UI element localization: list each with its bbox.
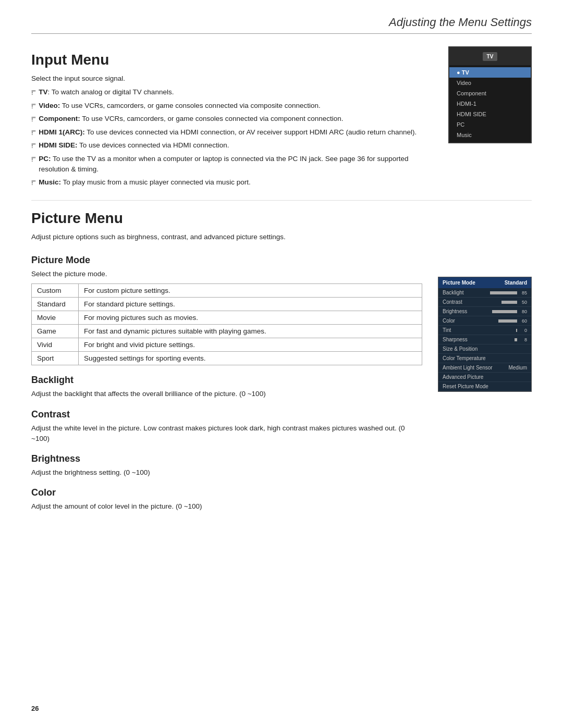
term-music: Music: (39, 178, 61, 186)
backlight-title: Backlight (31, 375, 422, 386)
table-cell-desc: Suggested settings for sporting events. (79, 352, 422, 365)
picture-header-row: Picture Mode Standard (438, 277, 531, 288)
backlight-text: Adjust the backlight that affects the ov… (31, 389, 422, 399)
tv-menu-component[interactable]: Component (449, 88, 531, 98)
bullet-music: !" Music: To play music from a music pla… (31, 177, 433, 188)
picture-label-contrast: Contrast (443, 299, 462, 305)
table-cell-mode: Game (32, 325, 79, 338)
picture-row-tint[interactable]: Tint 0 (438, 326, 531, 335)
brightness-title: Brightness (31, 453, 422, 464)
picture-header-left: Picture Mode (443, 280, 475, 286)
table-cell-mode: Standard (32, 298, 79, 311)
picture-row-sharpness[interactable]: Sharpness 8 (438, 335, 531, 344)
tv-menu-hdmiside[interactable]: HDMI SIDE (449, 109, 531, 119)
picture-row-colortemp[interactable]: Color Temperature (438, 354, 531, 363)
tv-menu-hdmi1[interactable]: HDMI-1 (449, 98, 531, 109)
page-number: 26 (31, 705, 39, 712)
bar-container-brightness: 80 (492, 309, 527, 314)
bullet-hdmiside: !" HDMI SIDE: To use devices connected v… (31, 140, 433, 151)
picture-menu-title: Picture Menu (31, 210, 532, 227)
bullet-text-music: Music: To play music from a music player… (39, 177, 433, 188)
picture-label-advanced: Advanced Picture (443, 374, 483, 380)
term-hdmi1: HDMI 1(ARC): (39, 128, 85, 136)
table-cell-mode: Custom (32, 284, 79, 298)
bullet-marker-tv: !" (31, 88, 35, 98)
picture-label-reset: Reset Picture Mode (443, 384, 488, 389)
bar-container-contrast: 50 (501, 300, 527, 305)
bullet-marker-component: !" (31, 114, 35, 125)
page-container: Adjusting the Menu Settings Input Menu S… (0, 0, 563, 728)
table-row: Game For fast and dynamic pictures suita… (32, 325, 422, 338)
table-row: Standard For standard picture settings. (32, 298, 422, 311)
value-contrast: 50 (519, 300, 527, 305)
table-cell-desc: For moving pictures such as movies. (79, 311, 422, 325)
picture-label-color: Color (443, 318, 455, 324)
bullet-text-hdmiside: HDMI SIDE: To use devices connected via … (39, 140, 433, 151)
picture-row-reset[interactable]: Reset Picture Mode (438, 382, 531, 391)
picture-menu-intro: Adjust picture options such as birghness… (31, 232, 532, 242)
tv-screenshot: TV ● TV Video Component HDMI-1 HDMI SIDE… (448, 46, 532, 143)
term-hdmiside: HDMI SIDE: (39, 141, 77, 149)
picture-menu-section: Picture Menu Adjust picture options such… (31, 210, 532, 515)
table-cell-desc: For custom picture settings. (79, 284, 422, 298)
table-row: Vivid For bright and vivid picture setti… (32, 338, 422, 352)
bullet-text-hdmi1: HDMI 1(ARC): To use devices connected vi… (39, 127, 433, 138)
tv-menu-pc[interactable]: PC (449, 119, 531, 130)
value-sharpness: 8 (519, 337, 527, 342)
picture-label-size: Size & Position (443, 346, 478, 352)
input-menu-text: Input Menu Select the input source signa… (31, 46, 433, 191)
value-tint: 0 (519, 328, 527, 333)
table-row: Movie For moving pictures such as movies… (32, 311, 422, 325)
picture-mode-table: Custom For custom picture settings. Stan… (31, 283, 422, 365)
bullet-marker-pc: !" (31, 154, 35, 165)
tv-screenshot-image: TV ● TV Video Component HDMI-1 HDMI SIDE… (448, 46, 532, 143)
bullet-pc: !" PC: To use the TV as a monitor when a… (31, 154, 433, 175)
term-pc: PC: (39, 155, 51, 163)
input-menu-intro: Select the input source signal. (31, 73, 433, 84)
tv-menu-music[interactable]: Music (449, 130, 531, 140)
value-brightness: 80 (519, 309, 527, 314)
bar-contrast (501, 301, 517, 304)
picture-row-size[interactable]: Size & Position (438, 344, 531, 354)
value-backlight: 85 (519, 290, 527, 295)
input-menu-title: Input Menu (31, 52, 433, 68)
color-text: Adjust the amount of color level in the … (31, 501, 422, 512)
picture-row-brightness[interactable]: Brightness 80 (438, 307, 531, 316)
picture-row-advanced[interactable]: Advanced Picture (438, 373, 531, 382)
table-row: Custom For custom picture settings. (32, 284, 422, 298)
bullet-video: !" Video: To use VCRs, camcorders, or ga… (31, 101, 433, 112)
picture-row-color[interactable]: Color 60 (438, 316, 531, 326)
tv-menu-tv[interactable]: ● TV (449, 67, 531, 78)
term-video: Video: (39, 102, 60, 109)
tv-menu-list: ● TV Video Component HDMI-1 HDMI SIDE PC… (449, 65, 531, 142)
bullet-marker-hdmi1: !" (31, 128, 35, 138)
bar-container-sharpness: 8 (515, 337, 527, 342)
page-header-title: Adjusting the Menu Settings (389, 16, 532, 29)
bullet-component: !" Component: To use VCRs, camcorders, o… (31, 114, 433, 125)
picture-label-sharpness: Sharpness (443, 337, 468, 342)
picture-row-ambient[interactable]: Ambient Light Sensor Medium (438, 363, 531, 373)
picture-label-colortemp: Color Temperature (443, 355, 486, 361)
tv-menu-video[interactable]: Video (449, 78, 531, 88)
picture-row-contrast[interactable]: Contrast 50 (438, 298, 531, 307)
bullet-hdmi1: !" HDMI 1(ARC): To use devices connected… (31, 127, 433, 138)
picture-label-ambient: Ambient Light Sensor (443, 365, 493, 371)
section-divider-1 (31, 200, 532, 201)
contrast-text: Adjust the white level in the picture. L… (31, 423, 422, 445)
bar-container-color: 60 (498, 318, 527, 324)
bullet-tv: !" TV: To watch analog or digital TV cha… (31, 87, 433, 98)
bar-tint (516, 329, 517, 332)
contrast-title: Contrast (31, 409, 422, 420)
bullet-text-component: Component: To use VCRs, camcorders, or g… (39, 114, 433, 124)
bar-container-tint: 0 (516, 328, 527, 333)
picture-header-right: Standard (505, 280, 527, 286)
table-row: Sport Suggested settings for sporting ev… (32, 352, 422, 365)
bar-container-backlight: 85 (490, 290, 527, 295)
table-cell-desc: For standard picture settings. (79, 298, 422, 311)
term-component: Component: (39, 115, 80, 122)
picture-row-backlight[interactable]: Backlight 85 (438, 288, 531, 298)
bar-brightness (492, 310, 517, 313)
input-menu-section: Input Menu Select the input source signa… (31, 46, 532, 191)
table-cell-mode: Vivid (32, 338, 79, 352)
bullet-marker-music: !" (31, 178, 35, 188)
